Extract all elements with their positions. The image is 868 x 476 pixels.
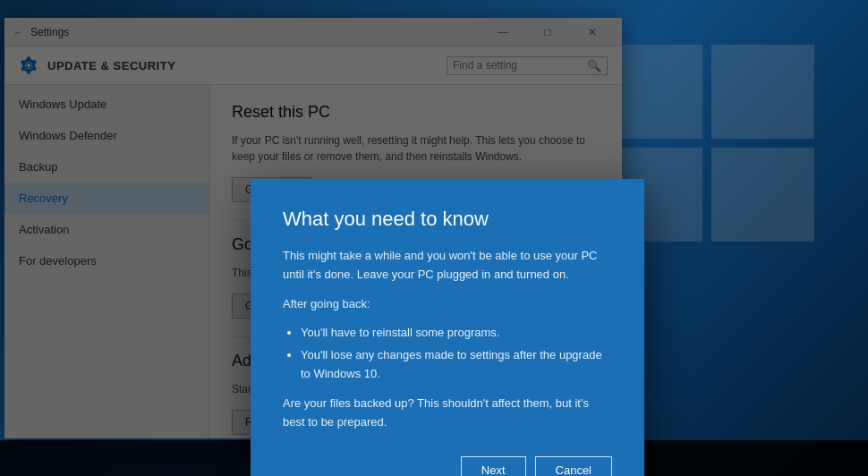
dialog-title: What you need to know [283,208,612,231]
dialog-bullets: You'll have to reinstall some programs. … [301,324,612,383]
dialog-body: This might take a while and you won't be… [283,247,612,431]
next-button[interactable]: Next [461,456,526,476]
dialog-paragraph-3: Are your files backed up? This shouldn't… [283,395,612,432]
cancel-button[interactable]: Cancel [535,456,612,476]
dialog-paragraph-1: This might take a while and you won't be… [283,247,612,285]
dialog-footer: Next Cancel [283,456,612,476]
dialog: What you need to know This might take a … [251,179,644,476]
dialog-after-going-back: After going back: [283,295,612,314]
dialog-bullet-2: You'll lose any changes made to settings… [301,346,612,384]
dialog-bullet-1: You'll have to reinstall some programs. [301,324,612,343]
